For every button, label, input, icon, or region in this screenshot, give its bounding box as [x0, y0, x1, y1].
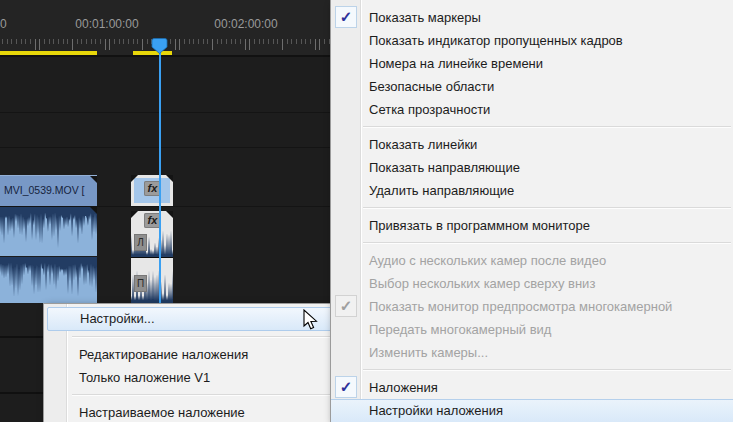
- clip-corner-fold: [90, 207, 97, 214]
- menu-item-показать-линейки[interactable]: Показать линейки: [331, 133, 733, 156]
- ruler-tick: [193, 39, 194, 44]
- menu-item-label: Безопасные области: [369, 79, 494, 94]
- ruler-tick: [198, 39, 199, 44]
- ruler-tick: [301, 39, 302, 44]
- ruler-tick: [249, 39, 250, 50]
- menu-item-показать-монитор-предпросмотра-многокамерной[interactable]: ✓Показать монитор предпросмотра многокам…: [331, 295, 733, 318]
- clip-filename-label: MVI_0539.MOV [: [4, 184, 85, 196]
- menu-item-удалить-направляющие[interactable]: Удалить направляющие: [331, 179, 733, 202]
- menu-item-передать-многокамерный-вид[interactable]: Передать многокамерный вид: [331, 318, 733, 341]
- clip-corner-fold: [90, 176, 97, 183]
- menu-item-изменить-камеры[interactable]: Изменить камеры...: [331, 341, 733, 364]
- menu-separator-line: [72, 394, 335, 395]
- ruler-tick: [44, 39, 45, 44]
- checkmark-icon: ✓: [335, 376, 357, 398]
- menu-item-label: Настройки наложения: [369, 403, 503, 418]
- ruler-tick: [282, 39, 283, 50]
- ruler-tick: [324, 39, 325, 44]
- ruler-tick: [53, 39, 54, 44]
- ruler-tick: [35, 39, 36, 50]
- ruler-tick: [240, 39, 241, 44]
- premiere-timeline-screen: 0 00:01:00:00 00:02:00:00 MVI_0539.MOV […: [0, 0, 733, 422]
- menu-item-label: Показать направляющие: [369, 160, 520, 175]
- ruler-tick: [179, 39, 180, 50]
- clip-context-menu: Настройки...Редактирование наложенияТоль…: [43, 303, 338, 422]
- ruler-tick: [123, 39, 124, 44]
- audio-channel-divider: [131, 257, 173, 258]
- playhead-handle[interactable]: [151, 38, 168, 54]
- menu-item-label: Показать индикатор пропущенных кадров: [369, 33, 623, 48]
- ruler-timecode: 0: [0, 17, 7, 31]
- menu-item-показать-индикатор-пропущенных-кадров[interactable]: Показать индикатор пропущенных кадров: [331, 29, 733, 52]
- ruler-tick: [11, 39, 12, 44]
- ruler-tick: [39, 39, 40, 50]
- ruler-tick: [21, 39, 22, 44]
- menu-item-только-наложение-v1[interactable]: Только наложение V1: [44, 366, 337, 389]
- audio-clip-a2[interactable]: [0, 257, 97, 303]
- ruler-tick: [263, 39, 264, 44]
- ruler-tick: [133, 39, 134, 44]
- clip-corner-fold: [166, 175, 173, 182]
- menu-separator: [331, 237, 733, 249]
- video-clip-mvi0539[interactable]: MVI_0539.MOV [: [0, 175, 97, 206]
- menu-item-label: Редактирование наложения: [79, 347, 248, 362]
- ruler-tick: [315, 39, 316, 50]
- render-bar: [0, 51, 97, 55]
- selected-audio-clip-right[interactable]: П: [131, 258, 173, 303]
- menu-item-label: Передать многокамерный вид: [369, 322, 551, 337]
- audio-waveform: [0, 257, 97, 303]
- menu-item-настройки[interactable]: Настройки...: [47, 307, 334, 331]
- ruler-tick: [49, 39, 50, 44]
- ruler-tick: [305, 39, 306, 44]
- menu-item-показать-направляющие[interactable]: Показать направляющие: [331, 156, 733, 179]
- menu-item-номера-на-линейке-времени[interactable]: Номера на линейке времени: [331, 52, 733, 75]
- menu-item-сетка-прозрачности[interactable]: Сетка прозрачности: [331, 98, 733, 121]
- checkmark-icon: ✓: [335, 6, 357, 28]
- menu-item-редактирование-наложения[interactable]: Редактирование наложения: [44, 343, 337, 366]
- menu-item-label: Показать маркеры: [369, 10, 481, 25]
- menu-separator: [331, 202, 733, 214]
- menu-item-label: Настраиваемое наложение: [79, 405, 245, 420]
- menu-separator: [331, 364, 733, 376]
- ruler-tick: [310, 39, 311, 44]
- ruler-tick: [109, 39, 110, 50]
- selected-audio-clip-left[interactable]: fx Л: [131, 211, 173, 257]
- clip-corner-fold: [131, 211, 138, 218]
- menu-item-настраиваемое-наложение[interactable]: Настраиваемое наложение: [44, 401, 337, 422]
- clip-corner-fold: [131, 175, 138, 182]
- menu-item-аудио-с-нескольких-камер-после-видео[interactable]: Аудио с нескольких камер после видео: [331, 249, 733, 272]
- ruler-tick: [231, 39, 232, 44]
- ruler-tick: [30, 39, 31, 44]
- menu-item-label: Аудио с нескольких камер после видео: [369, 253, 606, 268]
- ruler-tick: [128, 39, 129, 44]
- menu-item-label: Удалить направляющие: [369, 183, 514, 198]
- mouse-cursor: [302, 309, 322, 331]
- ruler-tick: [175, 39, 176, 50]
- ruler-tick: [189, 39, 190, 44]
- menu-separator-line: [363, 369, 731, 370]
- ruler-tick: [58, 39, 59, 44]
- menu-item-label: Выбор нескольких камер сверху вниз: [369, 276, 595, 291]
- channel-left-badge: Л: [134, 234, 147, 251]
- ruler-tick: [25, 39, 26, 44]
- ruler-tick: [277, 39, 278, 44]
- menu-item-настройки-наложения[interactable]: Настройки наложения: [331, 399, 733, 422]
- menu-item-label: Настройки...: [80, 311, 155, 326]
- ruler-tick: [7, 39, 8, 44]
- ruler-tick: [291, 39, 292, 44]
- menu-item-показать-маркеры[interactable]: ✓Показать маркеры: [331, 6, 733, 29]
- menu-item-безопасные-области[interactable]: Безопасные области: [331, 75, 733, 98]
- ruler-tick: [221, 39, 222, 44]
- monitor-settings-menu: ✓Показать маркерыПоказать индикатор проп…: [330, 0, 733, 422]
- clip-corner-fold: [166, 211, 173, 218]
- menu-item-выбор-нескольких-камер-сверху-вниз[interactable]: Выбор нескольких камер сверху вниз: [331, 272, 733, 295]
- playhead-line: [159, 49, 161, 303]
- ruler-tick: [203, 39, 204, 44]
- menu-item-наложения[interactable]: ✓Наложения: [331, 376, 733, 399]
- audio-waveform: [0, 207, 97, 256]
- ruler-tick: [259, 39, 260, 44]
- selected-video-clip[interactable]: fx: [131, 175, 173, 206]
- audio-clip-a1[interactable]: [0, 207, 97, 256]
- ruler-tick: [81, 39, 82, 44]
- menu-item-привязать-в-программном-мониторе[interactable]: Привязать в программном мониторе: [331, 214, 733, 237]
